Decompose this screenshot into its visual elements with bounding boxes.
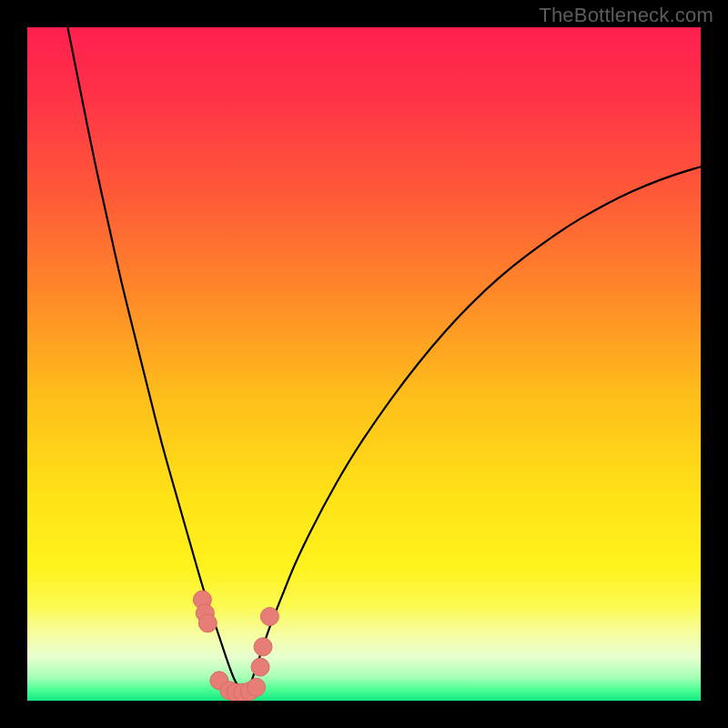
bottleneck-curve [67,27,701,690]
marker-dot [198,614,217,632]
curve-layer [27,27,701,701]
marker-dot [248,678,266,696]
marker-dot [260,608,278,626]
plot-area [27,27,701,701]
chart-frame: TheBottleneck.com [0,0,728,728]
highlight-markers [193,591,278,701]
watermark-text: TheBottleneck.com [539,4,713,27]
marker-dot [254,638,272,656]
marker-dot [251,658,269,676]
